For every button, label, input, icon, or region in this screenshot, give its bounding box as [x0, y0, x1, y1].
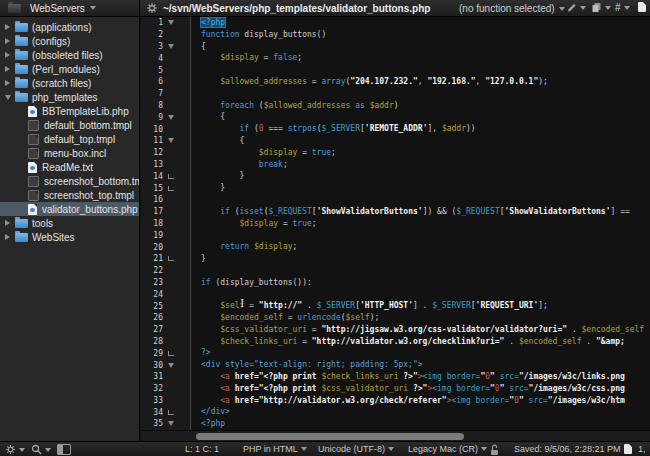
code-line-10[interactable]: if (0 === strpos($_SERVER['REMOTE_ADDR']… [191, 123, 650, 135]
code-line-29[interactable]: ?> [191, 347, 650, 359]
sidebar-item-configs[interactable]: (configs) [0, 34, 139, 48]
fold-triangle-icon[interactable] [168, 421, 174, 426]
sidebar-item-default-bottom-tmpl[interactable]: default_bottom.tmpl [0, 118, 139, 132]
fold-triangle-icon[interactable] [168, 20, 174, 25]
gutter-row: 30 [141, 359, 190, 371]
code-line-23[interactable]: if (display_buttons()): [191, 277, 650, 289]
sidebar-item-tools[interactable]: tools [0, 216, 139, 230]
fold-end-icon[interactable] [168, 174, 174, 179]
code-line-26[interactable]: $encoded_self = urlencode($self); [191, 312, 650, 324]
gutter-row: 18 [141, 218, 190, 230]
code-line-17[interactable]: if (isset($_REQUEST['ShowValidatorButton… [191, 206, 650, 218]
search-icon[interactable] [31, 444, 51, 455]
disclosure-triangle-icon[interactable] [5, 80, 10, 86]
function-selector[interactable]: (no function selected) [459, 3, 565, 14]
code-line-15[interactable]: } [191, 182, 650, 194]
pencil-icon[interactable] [566, 2, 586, 13]
code-line-11[interactable]: { [191, 135, 650, 147]
sidebar-item-bbtemplatelib-php[interactable]: BBTemplateLib.php [0, 104, 139, 118]
code-line-16[interactable] [191, 194, 650, 206]
disclosure-triangle-icon[interactable] [5, 95, 11, 100]
sidebar-item-default-top-tmpl[interactable]: default_top.tmpl [0, 132, 139, 146]
fold-end-icon[interactable] [168, 410, 174, 415]
fold-triangle-icon[interactable] [168, 363, 174, 368]
code-line-5[interactable] [191, 64, 650, 76]
document-icon[interactable] [638, 2, 646, 12]
hash-icon[interactable]: # [615, 2, 630, 13]
code-line-1[interactable]: <?php [191, 17, 650, 29]
sidebar-item-screenshot-top-tmpl[interactable]: screenshot_top.tmpl [0, 188, 139, 202]
code-line-12[interactable]: $display = true; [191, 147, 650, 159]
code-line-30[interactable]: <div style="text-align: right; padding: … [191, 359, 650, 371]
code-line-7[interactable] [191, 88, 650, 100]
code-line-25[interactable]: $self = "http://" . $_SERVER['HTTP_HOST'… [191, 300, 650, 312]
code-line-31[interactable]: <a href="<?php print $check_links_uri ?>… [191, 371, 650, 383]
sidebar-item-websites[interactable]: WebSites [0, 230, 139, 244]
gutter-row: 5 [141, 64, 190, 76]
code-line-8[interactable]: foreach ($allowed_addresses as $addr) [191, 100, 650, 112]
horizontal-scrollbar[interactable] [141, 430, 650, 441]
sidebar-item-php-templates[interactable]: php_templates [0, 90, 139, 104]
sidebar-toggle-icon[interactable] [57, 444, 71, 455]
code-line-18[interactable]: $display = true; [191, 218, 650, 230]
code-line-32[interactable]: <a href="<?php print $css_validator_uri … [191, 383, 650, 395]
code-line-28[interactable]: $check_links_uri = "http://validator.w3.… [191, 336, 650, 348]
language-menu[interactable]: PHP in HTML [243, 444, 307, 454]
line-number: 3 [141, 42, 163, 51]
code-line-27[interactable]: $css_validator_uri = "http://jigsaw.w3.o… [191, 324, 650, 336]
sidebar-item-readme-txt[interactable]: ReadMe.txt [0, 160, 139, 174]
file-path[interactable]: ~/svn/WebServers/php_templates/validator… [163, 3, 430, 14]
code-line-19[interactable] [191, 229, 650, 241]
code-line-6[interactable]: $allowed_addresses = array("204.107.232.… [191, 76, 650, 88]
line-endings-menu[interactable]: Legacy Mac (CR) [408, 444, 487, 454]
file-icon [28, 134, 39, 145]
code-line-4[interactable]: $display = false; [191, 52, 650, 64]
copy-icon[interactable] [591, 2, 611, 13]
scrollbar-thumb[interactable] [196, 433, 464, 440]
status-bar: L: 1 C: 1 PHP in HTML Unicode (UTF-8) Le… [0, 441, 650, 456]
code-line-35[interactable]: <?php [191, 418, 650, 430]
disclosure-triangle-icon[interactable] [5, 38, 10, 44]
gear-icon[interactable] [5, 444, 25, 455]
code-line-24[interactable] [191, 288, 650, 300]
sidebar-item-screenshot-bottom-tmpl[interactable]: screenshot_bottom.tmpl [0, 174, 139, 188]
sidebar-item-label: (configs) [32, 36, 70, 47]
code-line-14[interactable]: } [191, 170, 650, 182]
disclosure-triangle-icon[interactable] [5, 52, 10, 58]
code-line-22[interactable] [191, 265, 650, 277]
sidebar-item-perl-modules[interactable]: (Perl_modules) [0, 62, 139, 76]
sidebar-item-label: ReadMe.txt [42, 162, 93, 173]
fold-end-icon[interactable] [168, 186, 174, 191]
gear-icon[interactable] [146, 2, 158, 14]
code-line-21[interactable]: } [191, 253, 650, 265]
sidebar-item-validator-buttons-php[interactable]: validator_buttons.php [0, 202, 139, 216]
file-icon [28, 120, 39, 131]
unlock-icon[interactable] [489, 444, 500, 456]
sidebar-item-label: screenshot_top.tmpl [44, 190, 134, 201]
disclosure-triangle-icon[interactable] [5, 24, 10, 30]
sidebar-item-scratch-files[interactable]: (scratch files) [0, 76, 139, 90]
sidebar-item-applications[interactable]: (applications) [0, 20, 139, 34]
gutter-row: 33 [141, 395, 190, 407]
code-line-33[interactable]: <a href="http://validator.w3.org/check/r… [191, 395, 650, 407]
fold-end-icon[interactable] [168, 351, 174, 356]
fold-end-icon[interactable] [168, 256, 174, 261]
code-line-3[interactable]: { [191, 41, 650, 53]
fold-triangle-icon[interactable] [168, 115, 174, 120]
code-line-34[interactable]: </div> [191, 406, 650, 418]
sidebar-item-menu-box-incl[interactable]: menu-box.incl [0, 146, 139, 160]
fold-triangle-icon[interactable] [168, 138, 174, 143]
fold-triangle-icon[interactable] [168, 44, 174, 49]
encoding-menu[interactable]: Unicode (UTF-8) [318, 444, 394, 454]
sidebar-item-obsoleted-files[interactable]: (obsoleted files) [0, 48, 139, 62]
code-line-9[interactable]: { [191, 111, 650, 123]
code-line-20[interactable]: return $display; [191, 241, 650, 253]
disclosure-triangle-icon[interactable] [5, 220, 10, 226]
disclosure-triangle-icon[interactable] [5, 66, 10, 72]
disclosure-triangle-icon[interactable] [5, 234, 10, 240]
sidebar-header[interactable]: WebServers [0, 0, 140, 16]
code-line-2[interactable]: function display_buttons() [191, 29, 650, 41]
folder-icon [15, 23, 28, 32]
code-line-13[interactable]: break; [191, 159, 650, 171]
code-editor[interactable]: <?phpfunction display_buttons(){ $displa… [191, 17, 650, 430]
